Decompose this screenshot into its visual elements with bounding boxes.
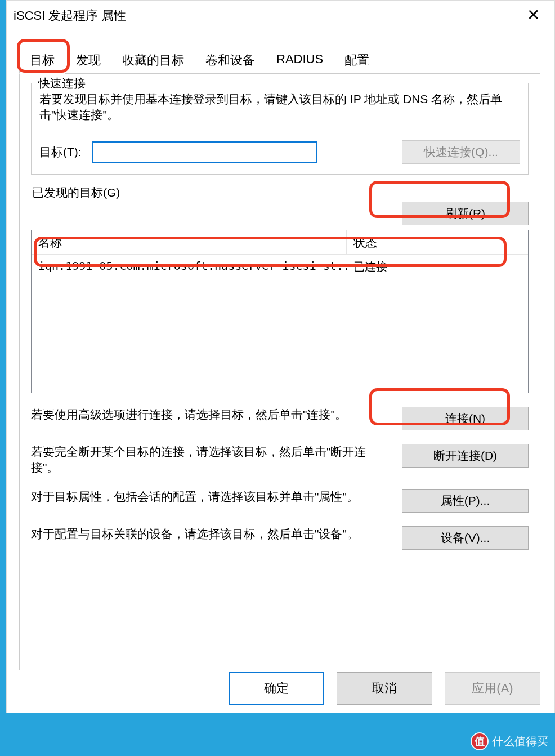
devices-help: 对于配置与目标关联的设备，请选择该目标，然后单击"设备"。	[31, 526, 379, 542]
close-icon[interactable]: ✕	[521, 7, 545, 23]
tab-strip: 目标 发现 收藏的目标 卷和设备 RADIUS 配置	[19, 46, 554, 74]
tab-discovery[interactable]: 发现	[65, 46, 111, 74]
properties-help: 对于目标属性，包括会话的配置，请选择该目标并单击"属性"。	[31, 489, 379, 505]
tab-content: 快速连接 若要发现目标并使用基本连接登录到目标，请键入该目标的 IP 地址或 D…	[19, 73, 540, 670]
tab-targets[interactable]: 目标	[19, 46, 65, 74]
tab-radius[interactable]: RADIUS	[266, 46, 334, 74]
refresh-button[interactable]: 刷新(R)	[402, 202, 529, 225]
watermark: 值 什么值得买	[471, 732, 548, 750]
cell-name: iqn.1991-05.com.microsoft:nasserver-iscs…	[32, 255, 347, 279]
devices-button[interactable]: 设备(V)...	[402, 526, 529, 550]
quick-connect-group: 快速连接 若要发现目标并使用基本连接登录到目标，请键入该目标的 IP 地址或 D…	[31, 83, 529, 175]
properties-row: 对于目标属性，包括会话的配置，请选择该目标并单击"属性"。 属性(P)...	[31, 489, 529, 513]
window-title: iSCSI 发起程序 属性	[14, 7, 126, 24]
target-label: 目标(T):	[39, 144, 82, 160]
connect-help: 若要使用高级选项进行连接，请选择目标，然后单击"连接"。	[31, 407, 379, 423]
quick-connect-legend: 快速连接	[36, 75, 88, 91]
properties-button[interactable]: 属性(P)...	[402, 489, 529, 513]
cell-status: 已连接	[347, 255, 528, 279]
target-input-row: 目标(T): 快速连接(Q)...	[37, 140, 522, 164]
tab-favorites[interactable]: 收藏的目标	[111, 46, 195, 74]
table-row[interactable]: iqn.1991-05.com.microsoft:nasserver-iscs…	[32, 255, 528, 279]
discovered-targets-section: 已发现的目标(G) 刷新(R) 名称 状态 iqn.1991-05.com.mi…	[31, 185, 529, 550]
iscsi-properties-window: iSCSI 发起程序 属性 ✕ 目标 发现 收藏的目标 卷和设备 RADIUS …	[6, 0, 555, 713]
discovered-targets-table: 名称 状态 iqn.1991-05.com.microsoft:nasserve…	[31, 230, 529, 393]
cancel-button[interactable]: 取消	[337, 672, 432, 705]
titlebar: iSCSI 发起程序 属性 ✕	[7, 1, 554, 34]
ok-button[interactable]: 确定	[229, 672, 324, 705]
devices-row: 对于配置与目标关联的设备，请选择该目标，然后单击"设备"。 设备(V)...	[31, 526, 529, 550]
connect-row: 若要使用高级选项进行连接，请选择目标，然后单击"连接"。 连接(N)	[31, 407, 529, 430]
watermark-badge-icon: 值	[471, 732, 489, 750]
disconnect-row: 若要完全断开某个目标的连接，请选择该目标，然后单击"断开连接"。 断开连接(D)	[31, 444, 529, 476]
discovered-targets-header: 已发现的目标(G)	[31, 185, 529, 201]
connect-button[interactable]: 连接(N)	[402, 407, 529, 430]
quick-connect-button[interactable]: 快速连接(Q)...	[402, 140, 520, 164]
tab-volumes[interactable]: 卷和设备	[195, 46, 266, 74]
table-header: 名称 状态	[32, 230, 528, 255]
target-input[interactable]	[92, 141, 317, 163]
tab-config[interactable]: 配置	[334, 46, 380, 74]
apply-button[interactable]: 应用(A)	[445, 672, 540, 705]
column-name[interactable]: 名称	[32, 230, 347, 254]
watermark-text: 什么值得买	[492, 734, 548, 749]
disconnect-button[interactable]: 断开连接(D)	[402, 444, 529, 468]
column-status[interactable]: 状态	[347, 230, 528, 254]
dialog-buttons: 确定 取消 应用(A)	[229, 672, 540, 705]
disconnect-help: 若要完全断开某个目标的连接，请选择该目标，然后单击"断开连接"。	[31, 444, 379, 476]
quick-connect-help: 若要发现目标并使用基本连接登录到目标，请键入该目标的 IP 地址或 DNS 名称…	[37, 91, 522, 123]
